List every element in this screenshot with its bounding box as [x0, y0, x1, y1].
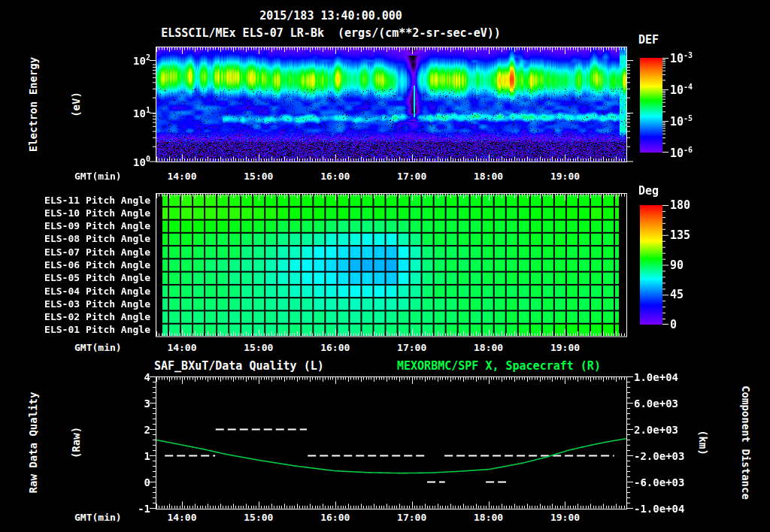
quality-axis-label-line1: Raw Data Quality [26, 392, 41, 494]
quality-tick-label: 2 [105, 424, 150, 436]
def-tick-1e-4: 10-4 [670, 83, 693, 97]
deg-tick-label: 90 [670, 258, 684, 272]
gmt-label-panel2: GMT(min) [74, 342, 122, 353]
energy-axis-label-line2: (eV) [69, 57, 83, 152]
bottom-right-title: MEXORBMC/SPF X, Spacecraft (R) [397, 359, 601, 373]
energy-tick-1ev: 100 [105, 155, 150, 168]
deg-tick-label: 180 [670, 198, 690, 212]
def-tick-1e-5: 10-5 [670, 114, 693, 128]
pitch-row-label: ELS-06 Pitch Angle [23, 259, 150, 271]
hour-tick-label-panel2: 16:00 [320, 342, 350, 353]
deg-tick-label: 135 [670, 228, 690, 242]
quality-tick-label: -1 [105, 503, 150, 515]
pitch-row-label: ELS-07 Pitch Angle [23, 246, 150, 258]
pitch-angle-plot [148, 193, 635, 337]
hour-tick-label-panel1: 15:00 [244, 171, 273, 182]
deg-tick-label: 0 [670, 318, 677, 331]
energy-axis-label: Electron Energy (eV) [0, 57, 112, 152]
gmt-label-panel1: GMT(min) [74, 171, 122, 182]
quality-tick-label: 4 [105, 371, 150, 383]
distance-tick-label: -1.0e+04 [634, 503, 684, 515]
distance-tick-label: 2.0e+03 [634, 424, 678, 436]
distance-axis-label-line2: (km) [696, 385, 710, 500]
distance-tick-label: -6.0e+03 [634, 476, 684, 488]
pitch-row-label: ELS-03 Pitch Angle [23, 298, 150, 310]
def-tick-1e-3: 10-3 [670, 51, 693, 65]
hour-tick-label-panel2: 15:00 [244, 342, 273, 353]
distance-tick-label: 1.0e+04 [634, 371, 678, 383]
electron-energy-spectrogram-plot [148, 47, 635, 162]
pitch-row-label: ELS-05 Pitch Angle [23, 272, 150, 283]
hour-tick-label-panel1: 16:00 [320, 171, 350, 182]
deg-colorbar-title: Deg [638, 184, 659, 198]
plot-page: 2015/183 13:40:00.000 ELSSCIL/MEx ELS-07… [0, 0, 770, 532]
hour-tick-label-panel3: 19:00 [550, 512, 580, 523]
energy-axis-label-line1: Electron Energy [26, 57, 41, 152]
deg-colorbar [640, 205, 671, 325]
hour-tick-label-panel2: 18:00 [474, 342, 503, 353]
hour-tick-label-panel1: 14:00 [167, 171, 196, 182]
page-title-datetime: 2015/183 13:40:00.000 [259, 9, 402, 23]
hour-tick-label-panel3: 14:00 [167, 512, 196, 523]
quality-axis-label: Raw Data Quality (Raw) [0, 392, 112, 494]
hour-tick-label-panel3: 16:00 [320, 512, 350, 523]
pitch-row-label: ELS-11 Pitch Angle [23, 195, 150, 206]
pitch-row-label: ELS-10 Pitch Angle [23, 207, 150, 219]
deg-tick-label: 45 [670, 288, 684, 301]
distance-tick-label: 6.0e+03 [634, 397, 678, 410]
def-tick-1e-6: 10-6 [670, 146, 693, 160]
distance-axis-label-line1: Component Distance [738, 385, 753, 500]
hour-tick-label-panel2: 14:00 [167, 342, 196, 353]
hour-tick-label-panel3: 15:00 [244, 512, 273, 523]
pitch-row-label: ELS-08 Pitch Angle [23, 233, 150, 244]
def-colorbar-title: DEF [638, 33, 659, 47]
quality-tick-label: 1 [105, 450, 150, 462]
hour-tick-label-panel1: 17:00 [397, 171, 426, 182]
quality-tick-label: 0 [105, 476, 150, 488]
pitch-row-label: ELS-04 Pitch Angle [23, 286, 150, 297]
energy-tick-10ev: 101 [105, 106, 150, 119]
page-title-instrument: ELSSCIL/MEx ELS-07 LR-Bk (ergs/(cm**2-sr… [161, 26, 501, 40]
hour-tick-label-panel1: 18:00 [474, 171, 503, 182]
distance-tick-label: -2.0e+03 [634, 450, 684, 462]
pitch-row-label: ELS-02 Pitch Angle [23, 311, 150, 322]
hour-tick-label-panel1: 19:00 [550, 171, 580, 182]
hour-tick-label-panel3: 18:00 [474, 512, 503, 523]
hour-tick-label-panel3: 17:00 [397, 512, 426, 523]
pitch-row-label: ELS-01 Pitch Angle [23, 324, 150, 335]
hour-tick-label-panel2: 19:00 [550, 342, 580, 353]
pitch-row-label: ELS-09 Pitch Angle [23, 220, 150, 231]
bottom-left-title: SAF_BXuT/Data Quality (L) [154, 359, 324, 373]
hour-tick-label-panel2: 17:00 [397, 342, 426, 353]
quality-distance-plot [148, 376, 635, 510]
def-colorbar [640, 58, 671, 153]
quality-axis-label-line2: (Raw) [69, 392, 83, 494]
energy-tick-100ev: 102 [105, 53, 150, 67]
quality-tick-label: 3 [105, 397, 150, 410]
